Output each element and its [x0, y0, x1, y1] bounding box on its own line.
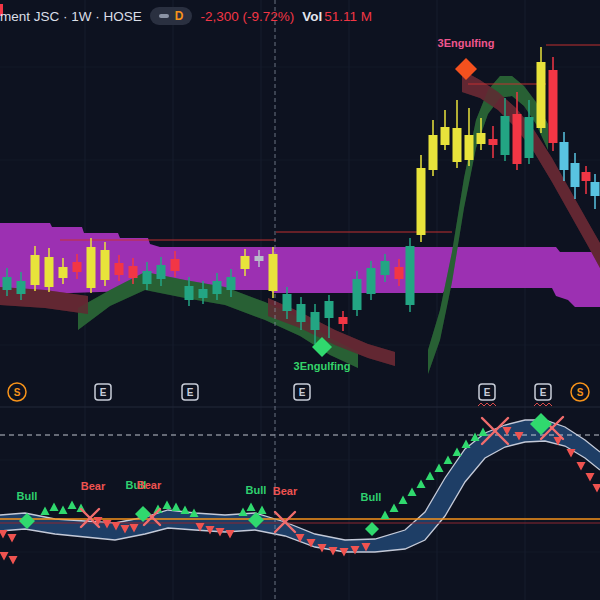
- up-triangle: [50, 503, 59, 512]
- interval-toggle-button[interactable]: D: [150, 7, 193, 25]
- up-triangle: [68, 501, 77, 510]
- down-triangle: [329, 547, 338, 556]
- up-triangle: [41, 507, 50, 516]
- up-triangle: [247, 503, 256, 512]
- candle-body: [325, 301, 334, 318]
- candle-body: [143, 271, 152, 284]
- engulfing-label: 3Engulfing: [294, 360, 351, 372]
- candle-body: [591, 182, 600, 196]
- candle-body: [185, 286, 194, 300]
- candle-body: [101, 250, 110, 280]
- candle-body: [406, 246, 415, 305]
- candle-body: [87, 247, 96, 288]
- candle-body: [453, 128, 462, 162]
- toggle-dash-icon: [159, 14, 169, 18]
- svg-text:E: E: [540, 387, 547, 398]
- up-triangle: [417, 480, 426, 489]
- candle-body: [213, 281, 222, 294]
- up-triangle: [408, 488, 417, 497]
- trading-chart-window: SEEEEESBullBearBullBearBullBearBull3Engu…: [0, 0, 600, 600]
- candle-body: [465, 135, 474, 160]
- event-badge-E[interactable]: E: [294, 384, 310, 400]
- up-triangle: [59, 506, 68, 515]
- engulfing-label: 3Engulfing: [438, 37, 495, 49]
- candle-body: [367, 268, 376, 294]
- event-badge-E[interactable]: E: [478, 384, 496, 406]
- candle-body: [489, 139, 498, 145]
- candle-body: [395, 267, 404, 279]
- svg-text:S: S: [14, 387, 21, 398]
- bull-label: Bull: [17, 490, 38, 502]
- candle-body: [311, 312, 320, 330]
- up-triangle: [258, 506, 267, 515]
- candle-body: [549, 70, 558, 143]
- down-triangle: [567, 449, 576, 458]
- up-triangle: [479, 428, 488, 437]
- candle-body: [157, 265, 166, 279]
- bull-label: Bull: [246, 484, 267, 496]
- up-triangle: [390, 504, 399, 513]
- volume-readout: Vol 51.11 M: [302, 9, 372, 24]
- candle-body: [45, 257, 54, 287]
- up-triangle: [381, 511, 390, 520]
- candle-body: [171, 259, 180, 271]
- signal-diamond: [365, 522, 379, 536]
- candle-body: [73, 262, 82, 272]
- svg-text:E: E: [187, 387, 194, 398]
- candle-body: [199, 289, 208, 298]
- candle-body: [537, 62, 546, 128]
- candle-body: [441, 127, 450, 145]
- up-triangle: [435, 464, 444, 473]
- svg-text:E: E: [484, 387, 491, 398]
- candle-body: [417, 168, 426, 235]
- price-change: -2,300 (-9.72%): [200, 9, 294, 24]
- up-triangle: [462, 440, 471, 449]
- candle-body: [582, 172, 591, 181]
- up-triangle: [426, 472, 435, 481]
- bear-label: Bear: [137, 479, 162, 491]
- up-triangle: [239, 508, 248, 517]
- candle-body: [269, 254, 278, 291]
- down-triangle: [0, 530, 8, 539]
- volume-label: Vol: [302, 9, 322, 24]
- candle-body: [381, 261, 390, 275]
- candle-body: [501, 116, 510, 155]
- volume-value: 51.11 M: [324, 9, 372, 24]
- event-badge-E[interactable]: E: [182, 384, 198, 400]
- candle-body: [17, 281, 26, 294]
- event-badge-S[interactable]: S: [8, 383, 26, 401]
- up-triangle: [181, 506, 190, 515]
- chart-legend: ment JSC · 1W · HOSE D -2,300 (-9.72%) V…: [0, 7, 372, 25]
- event-badge-E[interactable]: E: [534, 384, 552, 406]
- candle-body: [560, 142, 569, 170]
- chart-canvas[interactable]: SEEEEESBullBearBullBearBullBearBull3Engu…: [0, 0, 600, 600]
- candle-body: [227, 277, 236, 290]
- svg-text:E: E: [299, 387, 306, 398]
- up-triangle: [453, 448, 462, 457]
- up-triangle: [471, 433, 480, 442]
- event-badge-S[interactable]: S: [571, 383, 589, 401]
- down-triangle: [593, 484, 600, 493]
- svg-text:E: E: [100, 387, 107, 398]
- candle-body: [429, 135, 438, 170]
- candle-body: [477, 133, 486, 144]
- bear-label: Bear: [273, 485, 298, 497]
- candle-body: [283, 294, 292, 311]
- down-triangle: [226, 530, 235, 539]
- candle-body: [241, 256, 250, 269]
- candle-body: [31, 255, 40, 285]
- down-triangle: [577, 462, 586, 471]
- candle-body: [353, 279, 362, 310]
- event-badge-E[interactable]: E: [95, 384, 111, 400]
- candle-body: [297, 304, 306, 322]
- candle-body: [571, 163, 580, 187]
- bull-label: Bull: [361, 491, 382, 503]
- bear-label: Bear: [81, 480, 106, 492]
- symbol-title: ment JSC · 1W · HOSE: [0, 9, 142, 24]
- down-triangle: [586, 473, 595, 482]
- candle-body: [3, 277, 12, 290]
- candle-body: [129, 266, 138, 278]
- svg-text:S: S: [577, 387, 584, 398]
- candle-body: [115, 263, 124, 275]
- candle-body: [525, 117, 534, 158]
